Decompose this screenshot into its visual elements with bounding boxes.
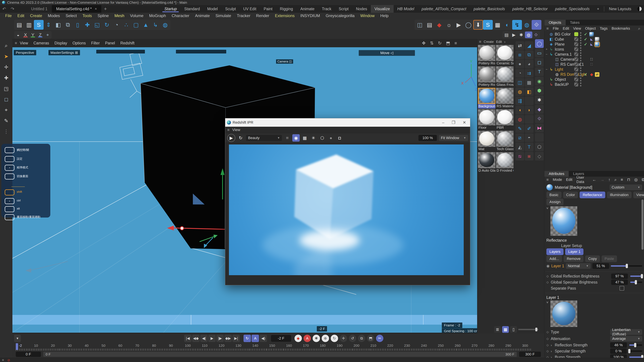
- visibility-dots[interactable]: [580, 37, 582, 41]
- layer-opacity-slider[interactable]: [611, 265, 642, 267]
- lock-icon[interactable]: ⊓: [627, 177, 630, 182]
- sphere-gray-icon[interactable]: ●: [327, 134, 334, 142]
- layout-tab[interactable]: palette_Specialtools: [552, 5, 593, 13]
- edges-droplet-icon[interactable]: ▢: [131, 20, 141, 30]
- viewport-menu-icon[interactable]: ≡: [12, 41, 17, 45]
- paste-button[interactable]: Paste: [602, 255, 617, 262]
- create-tool-icon[interactable]: ◉: [535, 77, 544, 85]
- panel-view-icon[interactable]: ▯: [510, 326, 517, 333]
- key-rotation-button[interactable]: ↻: [331, 335, 338, 342]
- dots-icon[interactable]: ⋮: [2, 127, 11, 136]
- attr-tab-color[interactable]: Color: [563, 192, 578, 198]
- key-position-button[interactable]: ⊕: [322, 335, 329, 342]
- modeling-tool-icon[interactable]: ◔: [516, 69, 524, 78]
- list-view-icon[interactable]: ≣: [494, 326, 501, 333]
- next-key-button[interactable]: ◆▶: [224, 335, 232, 342]
- object-name[interactable]: Camera: [560, 57, 574, 62]
- param-slider[interactable]: [629, 345, 642, 346]
- editor-visibility-toggle[interactable]: [574, 77, 578, 81]
- close-tab-icon[interactable]: ×: [95, 7, 97, 11]
- object-row-camera-1[interactable]: −↳Camera.1: [544, 52, 644, 57]
- enabled-check-icon[interactable]: ✓: [584, 32, 587, 36]
- viewport-menu-filter[interactable]: Filter: [88, 41, 102, 45]
- menu-file[interactable]: File: [2, 13, 14, 18]
- param-value-field[interactable]: 0 %: [610, 349, 627, 354]
- ipr-channel-dropdown[interactable]: Beauty▼: [246, 135, 282, 141]
- active-tool-label[interactable]: Move ◁: [359, 50, 415, 56]
- modeling-tool-icon[interactable]: ●: [516, 60, 524, 68]
- prev-frame-button[interactable]: ◀|: [200, 335, 208, 342]
- last-tool-icon[interactable]: ◔: [112, 20, 122, 30]
- layer-name[interactable]: Layer 1: [551, 264, 564, 268]
- object-row-backup[interactable]: ↳BackUP: [544, 82, 644, 87]
- object-name[interactable]: RS Dome Light: [560, 72, 587, 77]
- move-tool-icon[interactable]: ✚: [82, 20, 92, 30]
- redshift-tag[interactable]: ◆: [589, 72, 594, 77]
- panel-menu-mode[interactable]: Mode: [553, 177, 562, 182]
- render-settings-label[interactable]: MasterSettings ⊞: [48, 50, 80, 55]
- menu-help[interactable]: Help: [378, 13, 392, 18]
- record-key-button[interactable]: ◆: [294, 335, 302, 342]
- create-tool-icon[interactable]: ◯: [535, 39, 544, 48]
- move-icon[interactable]: ✚: [2, 73, 11, 82]
- menu-tracker[interactable]: Tracker: [234, 13, 253, 18]
- key-scale-filter-button[interactable]: ⧉: [358, 335, 365, 342]
- select-cursor-icon[interactable]: ✛: [2, 62, 11, 72]
- layout-tab[interactable]: HB Model: [394, 5, 418, 13]
- touch-button[interactable]: [5, 173, 14, 179]
- editor-visibility-toggle[interactable]: [574, 72, 578, 76]
- scale-tool-icon[interactable]: ◱: [92, 20, 102, 30]
- layout-tab[interactable]: Standard: [180, 5, 204, 13]
- material-item[interactable]: D Frosted G: [496, 152, 514, 173]
- ipr-render-view[interactable]: [229, 144, 464, 275]
- cut-keys-button[interactable]: ✂: [376, 335, 384, 342]
- panel-menu-edit[interactable]: Edit: [566, 177, 572, 182]
- active-camera-icon[interactable]: ⛶: [589, 57, 594, 62]
- target-icon[interactable]: ◎: [634, 177, 638, 182]
- param-value-field[interactable]: 100 %: [610, 355, 627, 358]
- attr-tab-viewport[interactable]: Viewport: [633, 192, 644, 198]
- modeling-tool-icon[interactable]: ◗: [525, 106, 534, 114]
- tim​eline-collapse-button[interactable]: ▾: [14, 335, 21, 342]
- aov-icon[interactable]: ▤: [425, 20, 434, 30]
- expander-icon[interactable]: −: [544, 53, 549, 56]
- layer1-preview-caret[interactable]: ˅: [546, 301, 550, 304]
- camera-object-label[interactable]: Camera ◫: [276, 59, 293, 64]
- create-tool-icon[interactable]: ⬡: [535, 142, 544, 151]
- render-view-icon[interactable]: ▤: [14, 20, 24, 30]
- layer-color-chip[interactable]: [574, 32, 578, 36]
- object-row-bg-color[interactable]: ◍BG Color✓: [544, 32, 644, 37]
- object-name[interactable]: BG Color: [554, 32, 571, 36]
- axis-z-lock[interactable]: Z: [36, 31, 44, 38]
- key-rot-filter-button[interactable]: ↺: [349, 335, 356, 342]
- layout-tab[interactable]: Animate: [297, 5, 318, 13]
- expander-icon[interactable]: −: [544, 68, 549, 71]
- param-slider[interactable]: [630, 282, 642, 283]
- editor-visibility-toggle[interactable]: [574, 52, 578, 56]
- popout-icon[interactable]: ⧉: [642, 177, 644, 182]
- panel-menu-file[interactable]: File: [553, 26, 559, 31]
- halfsphere-icon[interactable]: ◐: [502, 20, 512, 30]
- layout-tab[interactable]: palette_Basictools: [470, 5, 509, 13]
- viewport-menu-options[interactable]: Options: [70, 41, 88, 45]
- snapshot-camera-icon[interactable]: ◘: [336, 134, 343, 142]
- menu-animate[interactable]: Animate: [192, 13, 213, 18]
- up-icon[interactable]: ↑: [608, 177, 610, 182]
- modeling-tool-icon[interactable]: ✐: [525, 124, 534, 133]
- menu-render[interactable]: Render: [253, 13, 272, 18]
- takes-clapper-icon[interactable]: ▦: [493, 20, 502, 30]
- material-tag[interactable]: [589, 32, 594, 36]
- material-item[interactable]: Backgroun: [478, 88, 496, 109]
- object-mode-icon[interactable]: ⧉: [63, 20, 73, 30]
- undo-icon[interactable]: ↶: [0, 6, 8, 11]
- object-name[interactable]: Icons: [554, 47, 564, 52]
- layer1-preview[interactable]: [550, 301, 577, 327]
- deformer-icon[interactable]: ⟐: [532, 20, 541, 30]
- create-tool-icon[interactable]: ⟐: [535, 114, 544, 123]
- panel-menu-tags[interactable]: Tags: [600, 26, 608, 31]
- redshift-ipr-window[interactable]: Redshift IPR – ❐ ✕ ≡ View ▶ ↻ Beauty▼ ⌗◉…: [225, 118, 470, 285]
- object-row-object[interactable]: ↳Object: [544, 77, 644, 82]
- thumb-size-slider[interactable]: [518, 329, 538, 330]
- new-layouts-button[interactable]: New Layouts: [605, 5, 635, 13]
- menu-extensions[interactable]: Extensions: [272, 13, 297, 18]
